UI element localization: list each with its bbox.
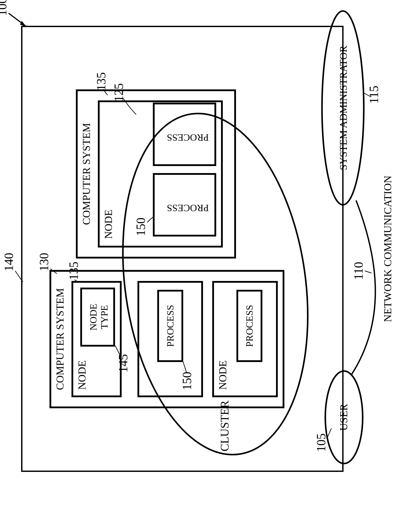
process-right-b-label: PROCESS [167,132,209,143]
computer-system-left-label: COMPUTER SYSTEM [54,288,66,390]
process-150-left-leader [183,361,187,373]
network-comm-leader [365,271,371,273]
node-right-ref: 135 [94,72,108,91]
computer-system-right-label: COMPUTER SYSTEM [80,123,92,225]
admin-label: SYSTEM ADMINISTRATOR [338,45,349,170]
process-right-a-label: PROCESS [167,202,209,213]
node-type-line2: TYPE [99,305,110,329]
node-top-left-ref: 135 [67,262,80,280]
node-top-left-label: NODE [76,360,88,390]
process-150-ref-right: 150 [134,217,148,236]
cluster-label: CLUSTER [218,401,231,451]
network-comm-label: NETWORK COMMUNICATION [382,175,393,322]
svg-marker-1 [20,21,26,26]
process-mid-left-label: PROCESS [165,305,176,347]
admin-ref: 115 [367,86,381,104]
node-right-label: NODE [102,210,114,239]
user-admin-link [352,200,375,374]
process-150-ref-left: 150 [180,372,194,390]
process-150-right-leader [147,217,153,222]
network-comm-ref: 110 [352,262,365,280]
node-type-ref: 145 [116,354,130,373]
process-bottom-left-label: PROCESS [244,305,255,347]
user-label: USER [338,404,349,431]
main-ref-arrow [8,13,26,26]
node-type-line1: NODE [88,304,99,330]
network-box [22,26,343,471]
node-bottom-left-label: NODE [217,360,229,390]
user-ref-leader [327,428,331,438]
main-ref: 100 [0,0,9,16]
network-ref: 140 [2,253,16,271]
user-ref: 105 [314,433,328,452]
computer-system-left-ref: 130 [37,253,51,271]
